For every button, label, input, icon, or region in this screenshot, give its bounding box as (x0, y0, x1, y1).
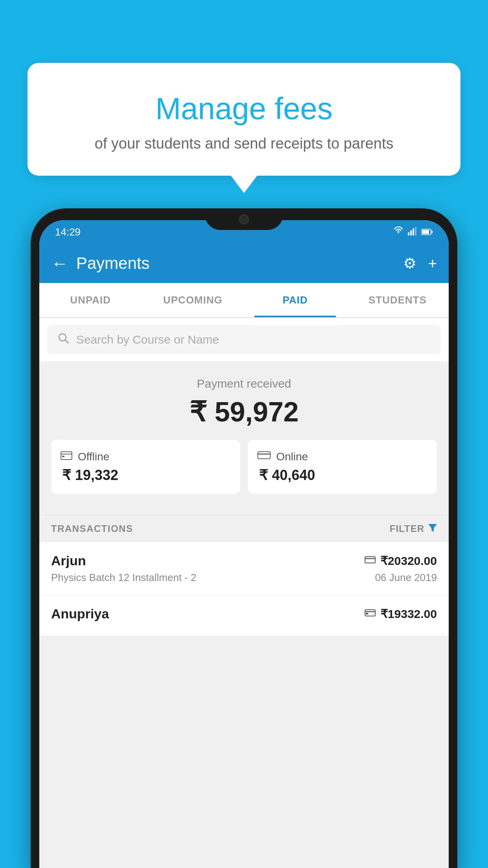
svg-rect-3 (415, 227, 416, 235)
phone-notch (205, 208, 283, 230)
tooltip-title: Manage fees (51, 90, 437, 127)
transaction-name: Anupriya (51, 606, 109, 622)
battery-icon (421, 226, 433, 238)
table-row[interactable]: Arjun ₹20320.00 Physics Batch 12 Install… (39, 542, 449, 595)
payment-received-section: Payment received ₹ 59,972 Offline (39, 361, 449, 515)
offline-icon (61, 450, 72, 463)
transaction-amount: ₹20320.00 (380, 554, 437, 568)
back-button[interactable]: ← (51, 254, 68, 273)
phone-screen: 14:29 (39, 220, 449, 868)
tab-paid[interactable]: PAID (244, 283, 347, 317)
transaction-type-icon-online (365, 555, 376, 567)
status-time: 14:29 (55, 226, 81, 238)
tab-students[interactable]: STUDENTS (347, 283, 449, 317)
app-bar-actions: ⚙ + (403, 255, 437, 272)
page-title: Payments (76, 254, 403, 273)
online-amount: ₹ 40,640 (257, 467, 427, 484)
svg-rect-0 (408, 232, 409, 235)
tab-unpaid[interactable]: UNPAID (39, 283, 142, 317)
filter-button[interactable]: FILTER (390, 523, 437, 534)
transaction-date: 06 June 2019 (375, 572, 437, 584)
table-row[interactable]: Anupriya ₹19332.00 (39, 595, 449, 636)
transaction-bottom: Physics Batch 12 Installment - 2 06 June… (51, 572, 437, 584)
search-bar[interactable]: Search by Course or Name (47, 325, 441, 354)
svg-rect-11 (258, 452, 270, 459)
transactions-label: TRANSACTIONS (51, 523, 133, 534)
offline-payment-card: Offline ₹ 19,332 (51, 440, 240, 494)
transactions-list: Arjun ₹20320.00 Physics Batch 12 Install… (39, 542, 449, 636)
tabs-bar: UNPAID UPCOMING PAID STUDENTS (39, 283, 449, 318)
svg-rect-1 (410, 230, 412, 235)
offline-label: Offline (78, 451, 109, 463)
transaction-amount-wrap: ₹19332.00 (365, 607, 437, 621)
phone-camera (239, 214, 249, 224)
filter-label: FILTER (390, 523, 424, 534)
payment-received-label: Payment received (51, 377, 437, 390)
svg-rect-2 (413, 228, 414, 235)
search-container: Search by Course or Name (39, 318, 449, 361)
transaction-type-icon-offline (365, 608, 376, 620)
transaction-top: Anupriya ₹19332.00 (51, 606, 437, 622)
tab-upcoming[interactable]: UPCOMING (142, 283, 244, 317)
transaction-name: Arjun (51, 553, 86, 568)
online-payment-card: Online ₹ 40,640 (248, 440, 437, 494)
tooltip-subtitle: of your students and send receipts to pa… (51, 135, 437, 152)
search-input[interactable]: Search by Course or Name (76, 333, 219, 346)
settings-icon[interactable]: ⚙ (403, 255, 416, 272)
wifi-icon (393, 226, 404, 237)
search-icon (57, 332, 69, 347)
add-icon[interactable]: + (428, 255, 437, 272)
svg-rect-18 (366, 613, 368, 614)
transaction-amount-wrap: ₹20320.00 (365, 554, 437, 568)
online-icon (257, 450, 271, 463)
svg-marker-13 (428, 524, 437, 532)
svg-rect-14 (365, 557, 375, 563)
transaction-amount: ₹19332.00 (380, 607, 437, 621)
offline-amount: ₹ 19,332 (61, 467, 231, 484)
transaction-top: Arjun ₹20320.00 (51, 553, 437, 568)
tooltip-card: Manage fees of your students and send re… (28, 63, 460, 176)
online-card-header: Online (257, 450, 427, 463)
app-bar: ← Payments ⚙ + (39, 244, 449, 283)
online-label: Online (276, 451, 308, 463)
svg-rect-5 (431, 231, 433, 233)
payment-cards: Offline ₹ 19,332 Online (51, 440, 437, 503)
transactions-header: TRANSACTIONS FILTER (39, 515, 449, 542)
transaction-course: Physics Batch 12 Installment - 2 (51, 572, 196, 584)
status-icons (393, 226, 433, 238)
payment-received-amount: ₹ 59,972 (51, 396, 437, 428)
svg-rect-10 (62, 456, 64, 457)
phone-frame: 14:29 (31, 208, 457, 868)
svg-line-8 (65, 340, 68, 343)
filter-icon (428, 523, 437, 534)
offline-card-header: Offline (61, 450, 231, 463)
signal-icon (408, 226, 417, 238)
svg-rect-6 (422, 230, 429, 234)
